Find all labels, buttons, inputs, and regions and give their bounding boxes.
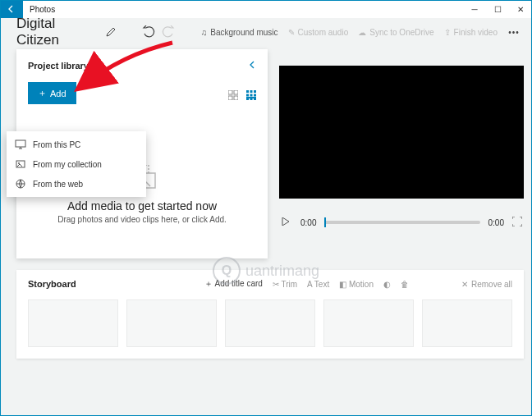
plus-icon: ＋: [38, 87, 47, 99]
svg-rect-1: [234, 90, 238, 94]
storyboard-slot[interactable]: [126, 299, 217, 347]
remove-all-label: Remove all: [471, 280, 512, 289]
finish-label: Finish video: [454, 28, 498, 37]
audio-icon: ✎: [288, 28, 295, 37]
menu-from-the-web[interactable]: From the web: [7, 174, 146, 194]
arrow-left-icon: [7, 4, 16, 14]
storyboard-slot[interactable]: [422, 299, 512, 347]
add-title-card-label: Add title card: [214, 279, 262, 288]
redo-icon: [162, 25, 175, 39]
pencil-icon: [105, 26, 117, 38]
menu-from-this-pc[interactable]: From this PC: [7, 135, 146, 154]
rename-button[interactable]: [103, 23, 119, 41]
storyboard-title: Storyboard: [28, 279, 76, 289]
seek-bar[interactable]: [324, 221, 479, 224]
custom-audio-button[interactable]: ✎ Custom audio: [283, 28, 354, 37]
collapse-button[interactable]: [248, 59, 256, 72]
library-heading: Project library: [28, 61, 89, 71]
project-title: Digital Citizen: [16, 16, 101, 48]
fullscreen-button[interactable]: [512, 217, 524, 228]
storyboard-slot[interactable]: [28, 299, 118, 347]
from-web-label: From the web: [33, 180, 83, 189]
time-current: 0:00: [300, 218, 316, 227]
close-button[interactable]: ✕: [509, 0, 532, 18]
storyboard-panel: Storyboard ＋ Add title card ✂ Trim A Tex…: [16, 270, 524, 359]
minimize-button[interactable]: ─: [463, 0, 486, 18]
sync-label: Sync to OneDrive: [369, 28, 433, 37]
undo-button[interactable]: [140, 23, 157, 41]
images-icon: [15, 159, 26, 169]
close-icon: ✕: [461, 280, 468, 289]
from-collection-label: From my collection: [33, 160, 102, 169]
delete-button[interactable]: 🗑: [401, 280, 409, 289]
trim-button[interactable]: ✂ Trim: [273, 280, 297, 289]
finish-video-button[interactable]: ⇪ Finish video: [439, 28, 502, 37]
bg-music-label: Background music: [210, 28, 277, 37]
project-library-panel: Project library ＋ Add Fro: [16, 49, 268, 258]
svg-rect-8: [250, 94, 253, 96]
more-button[interactable]: •••: [506, 23, 522, 41]
play-icon: [282, 217, 290, 226]
trim-icon: ✂: [273, 280, 279, 289]
monitor-icon: [15, 139, 26, 149]
export-icon: ⇪: [444, 28, 451, 37]
grid-3x3-icon: [246, 90, 256, 100]
trash-icon: 🗑: [401, 280, 409, 289]
music-icon: ♫: [201, 28, 208, 37]
svg-rect-3: [234, 96, 238, 100]
undo-icon: [142, 25, 155, 39]
globe-icon: [15, 179, 26, 189]
svg-rect-12: [254, 98, 256, 100]
svg-rect-7: [246, 94, 249, 96]
add-menu: From this PC From my collection From the…: [7, 131, 146, 197]
toolbar: Digital Citizen ♫ Background music ✎ Cus…: [0, 18, 532, 46]
chevron-left-icon: [248, 60, 256, 70]
text-button[interactable]: A Text: [307, 280, 329, 289]
svg-rect-6: [254, 90, 256, 93]
maximize-button[interactable]: ☐: [486, 0, 509, 18]
filter-icon: ◐: [383, 280, 391, 289]
menu-from-my-collection[interactable]: From my collection: [7, 154, 146, 174]
storyboard-slot[interactable]: [225, 299, 315, 347]
filters-button[interactable]: ◐: [383, 280, 391, 289]
add-label: Add: [50, 89, 66, 98]
video-preview[interactable]: [279, 66, 524, 199]
view-small-button[interactable]: [246, 89, 256, 98]
motion-icon: ◧: [339, 280, 346, 289]
play-button[interactable]: [279, 217, 292, 227]
cloud-icon: ☁: [358, 28, 366, 37]
grid-2x2-icon: [228, 90, 238, 100]
empty-title: Add media to get started now: [28, 199, 256, 213]
svg-rect-13: [16, 140, 25, 147]
svg-rect-11: [250, 98, 253, 100]
svg-rect-0: [228, 90, 232, 94]
svg-rect-9: [254, 94, 256, 96]
motion-button[interactable]: ◧ Motion: [339, 280, 374, 289]
preview-panel: 0:00 0:00: [279, 49, 524, 258]
view-large-button[interactable]: [228, 89, 238, 98]
empty-sub: Drag photos and video clips here, or cli…: [28, 215, 256, 224]
window-title: Photos: [23, 5, 463, 14]
plus-icon: ＋: [204, 279, 213, 288]
svg-rect-4: [246, 90, 249, 93]
fullscreen-icon: [512, 217, 522, 226]
svg-rect-5: [250, 90, 253, 93]
remove-all-button[interactable]: ✕ Remove all: [461, 280, 512, 289]
storyboard-slot[interactable]: [323, 299, 414, 347]
sync-onedrive-button[interactable]: ☁ Sync to OneDrive: [353, 28, 438, 37]
from-pc-label: From this PC: [33, 140, 80, 149]
text-icon: A: [307, 280, 312, 289]
custom-audio-label: Custom audio: [298, 28, 349, 37]
svg-rect-10: [246, 98, 249, 100]
redo-button[interactable]: [160, 23, 177, 41]
add-title-card-button[interactable]: ＋ Add title card: [204, 278, 263, 290]
background-music-button[interactable]: ♫ Background music: [196, 28, 283, 37]
svg-rect-2: [228, 96, 232, 100]
time-total: 0:00: [488, 218, 504, 227]
add-button[interactable]: ＋ Add: [28, 82, 76, 104]
